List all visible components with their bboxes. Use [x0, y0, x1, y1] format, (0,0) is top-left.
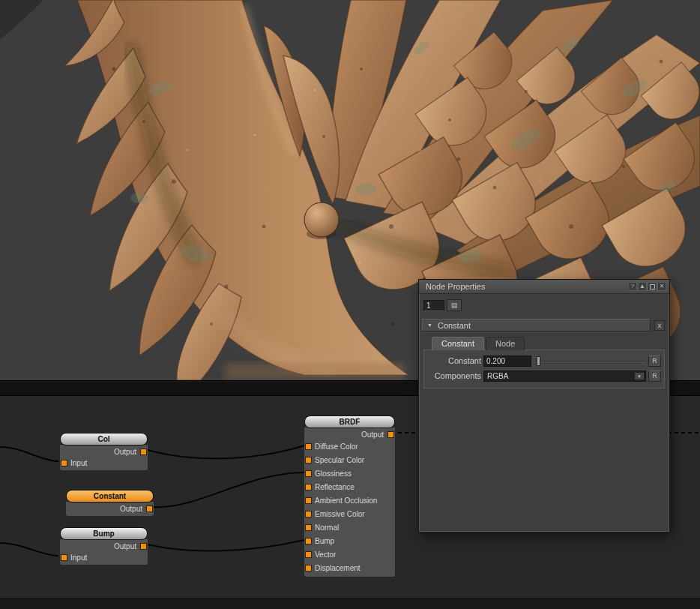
port-displacement[interactable] — [305, 565, 312, 572]
node-constant-body: Output — [66, 502, 154, 516]
constant-row: Constant R — [427, 353, 661, 368]
chevron-down-icon[interactable]: ▼ — [634, 372, 645, 380]
node-brdf-row-vector: Vector — [304, 548, 395, 562]
port-bump-output[interactable] — [140, 543, 147, 550]
components-label: Components — [427, 371, 481, 380]
input-label: Emissive Color — [315, 510, 365, 518]
port-specular-color[interactable] — [305, 457, 312, 464]
input-label: Vector — [315, 550, 336, 559]
node-brdf-body: Output Diffuse Color Specular Color Glos… — [304, 428, 395, 577]
port-emissive-color[interactable] — [305, 511, 312, 518]
port-col-input[interactable] — [61, 460, 67, 466]
section-close-button[interactable]: x — [654, 320, 665, 331]
item-count-field[interactable] — [423, 300, 444, 311]
port-vector[interactable] — [305, 551, 312, 558]
node-brdf-row-bump: Bump — [304, 535, 395, 548]
node-col-header[interactable]: Col — [60, 433, 148, 446]
components-value: RGBA — [487, 372, 634, 380]
input-label: Normal — [315, 524, 339, 532]
output-label: Output — [114, 448, 136, 456]
input-label: Displacement — [315, 564, 360, 572]
node-constant[interactable]: Constant Output — [66, 490, 154, 516]
node-bump-output-row: Output — [60, 541, 148, 552]
wire-into-col-input — [0, 447, 58, 461]
node-bump-header[interactable]: Bump — [60, 527, 148, 540]
constant-section-header: ▼ Constant x — [419, 316, 669, 333]
node-constant-header[interactable]: Constant — [66, 490, 154, 502]
list-icon[interactable]: ▤ — [447, 299, 462, 311]
section-title: Constant — [438, 321, 471, 330]
node-col[interactable]: Col Output Input — [60, 433, 148, 470]
constant-label: Constant — [427, 356, 481, 365]
port-bump[interactable] — [305, 538, 312, 544]
node-brdf-row-reflectance: Reflectance — [304, 481, 395, 494]
input-label: Input — [70, 554, 87, 562]
help-icon[interactable]: ? — [628, 282, 637, 291]
bottom-bar — [0, 598, 700, 609]
disclosure-triangle-icon[interactable]: ▼ — [427, 322, 432, 328]
wire-constant-to-glossiness — [153, 472, 304, 507]
panel-tabs: Constant Node — [419, 334, 669, 350]
node-brdf-row-displacement: Displacement — [304, 562, 395, 575]
input-label: Specular Color — [315, 456, 364, 464]
port-col-output[interactable] — [140, 448, 147, 455]
panel-toolbar: ▤ — [419, 294, 669, 316]
node-bump-input-row: Input — [60, 552, 148, 563]
triangle-up-icon[interactable]: ▲ — [638, 282, 647, 291]
node-brdf[interactable]: BRDF Output Diffuse Color Specular Color… — [304, 416, 395, 577]
components-row: Components RGBA ▼ R — [427, 368, 661, 383]
node-brdf-row-glossiness: Glossiness — [304, 467, 395, 481]
output-label: Output — [361, 430, 384, 439]
node-brdf-row-normal: Normal — [304, 521, 395, 535]
slider-handle[interactable] — [537, 356, 540, 366]
constant-properties-group: Constant R Components RGBA ▼ R — [423, 350, 665, 388]
node-col-body: Output Input — [60, 445, 148, 470]
tab-node[interactable]: Node — [486, 337, 525, 350]
panel-titlebar[interactable]: Node Properties ? ▲ ✕ — [419, 280, 669, 294]
slider-track — [535, 361, 645, 362]
window-icon[interactable] — [648, 282, 657, 291]
port-glossiness[interactable] — [305, 470, 312, 477]
input-label: Reflectance — [315, 483, 354, 491]
node-brdf-header[interactable]: BRDF — [304, 416, 395, 428]
port-constant-output[interactable] — [146, 506, 153, 512]
constant-value-field[interactable] — [483, 356, 531, 367]
constant-reset-button[interactable]: R — [648, 356, 661, 367]
port-reflectance[interactable] — [305, 484, 312, 490]
statue-joint — [304, 202, 339, 239]
wire-bump-to-bump — [148, 540, 304, 551]
port-ambient-occlusion[interactable] — [305, 497, 312, 504]
port-brdf-output[interactable] — [387, 431, 394, 438]
node-bump[interactable]: Bump Output Input — [60, 527, 148, 565]
input-label: Glossiness — [315, 470, 351, 478]
output-label: Output — [120, 505, 142, 513]
node-brdf-row-emissive-color: Emissive Color — [304, 508, 395, 521]
input-label: Input — [70, 459, 87, 467]
port-normal[interactable] — [305, 524, 312, 531]
node-constant-output-row: Output — [66, 503, 154, 514]
panel-title: Node Properties — [426, 282, 627, 291]
section-bar[interactable]: ▼ Constant — [422, 319, 651, 332]
port-bump-input[interactable] — [61, 554, 67, 561]
node-col-input-row: Input — [60, 458, 148, 469]
components-reset-button[interactable]: R — [648, 370, 661, 382]
node-brdf-row-ambient-occlusion: Ambient Occlusion — [304, 494, 395, 508]
input-label: Bump — [315, 537, 334, 545]
input-label: Ambient Occlusion — [315, 496, 377, 505]
node-brdf-output-row: Output — [304, 429, 395, 440]
tab-constant[interactable]: Constant — [432, 337, 484, 350]
port-diffuse-color[interactable] — [305, 443, 312, 450]
node-col-output-row: Output — [60, 446, 148, 458]
node-properties-panel[interactable]: Node Properties ? ▲ ✕ ▤ ▼ Constant x Con… — [418, 279, 670, 532]
input-label: Diffuse Color — [315, 442, 358, 451]
close-icon[interactable]: ✕ — [657, 282, 666, 291]
node-brdf-row-specular-color: Specular Color — [304, 454, 395, 467]
node-bump-body: Output Input — [60, 539, 148, 565]
output-label: Output — [114, 542, 136, 550]
node-brdf-row-diffuse-color: Diffuse Color — [304, 440, 395, 454]
components-dropdown[interactable]: RGBA ▼ — [483, 370, 646, 382]
constant-slider[interactable] — [534, 356, 646, 367]
wire-into-bump-input — [0, 543, 58, 556]
wire-col-to-diffuse — [148, 446, 304, 458]
